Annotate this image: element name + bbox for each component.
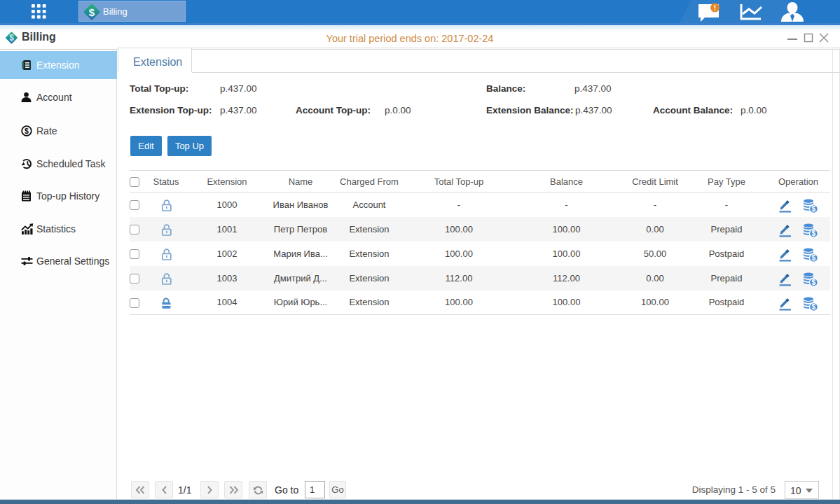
svg-text:$: $	[812, 303, 816, 311]
svg-text:$: $	[25, 127, 29, 135]
svg-text:$: $	[812, 279, 816, 286]
svg-text:$: $	[812, 205, 816, 213]
svg-text:$: $	[812, 230, 816, 237]
svg-text:$: $	[89, 6, 95, 18]
svg-text:$: $	[812, 254, 816, 262]
